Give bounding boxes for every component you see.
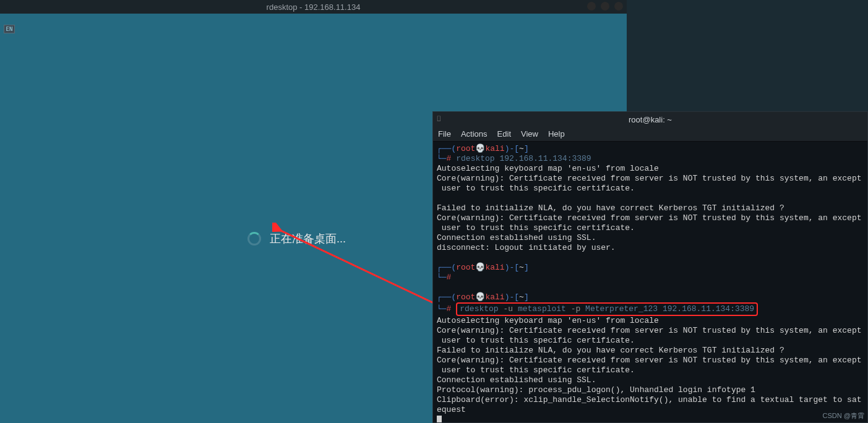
terminal-icon: ⌷ bbox=[437, 114, 441, 122]
rdesktop-title: rdesktop - 192.168.11.134 bbox=[267, 2, 361, 12]
highlighted-command: rdesktop -u metasploit -p Meterpreter_12… bbox=[456, 302, 758, 316]
spinner-icon bbox=[247, 232, 261, 246]
rdesktop-titlebar[interactable]: rdesktop - 192.168.11.134 bbox=[0, 0, 627, 14]
terminal-output[interactable]: ┌──(root💀kali)-[~] └─# rdesktop 192.168.… bbox=[433, 142, 867, 422]
menu-edit[interactable]: Edit bbox=[497, 129, 511, 139]
terminal-cursor bbox=[437, 416, 442, 422]
loading-message: 正在准备桌面... bbox=[270, 231, 346, 246]
terminal-titlebar[interactable]: ⌷ root@kali: ~ bbox=[433, 112, 867, 127]
watermark: CSDN @青霄 bbox=[823, 411, 864, 421]
command-1: rdesktop 192.168.11.134:3389 bbox=[456, 154, 591, 163]
terminal-title: root@kali: ~ bbox=[629, 115, 672, 124]
window-controls bbox=[587, 2, 623, 11]
menu-view[interactable]: View bbox=[521, 129, 538, 139]
loading-area: 正在准备桌面... bbox=[247, 231, 346, 246]
minimize-button[interactable] bbox=[587, 2, 596, 11]
terminal-window: ⌷ root@kali: ~ File Actions Edit View He… bbox=[432, 111, 868, 423]
language-indicator[interactable]: EN bbox=[4, 25, 15, 33]
menu-file[interactable]: File bbox=[438, 129, 451, 139]
menu-actions[interactable]: Actions bbox=[461, 129, 488, 139]
maximize-button[interactable] bbox=[601, 2, 609, 11]
terminal-menubar: File Actions Edit View Help bbox=[433, 127, 867, 142]
menu-help[interactable]: Help bbox=[548, 129, 565, 139]
close-button[interactable] bbox=[614, 2, 623, 11]
